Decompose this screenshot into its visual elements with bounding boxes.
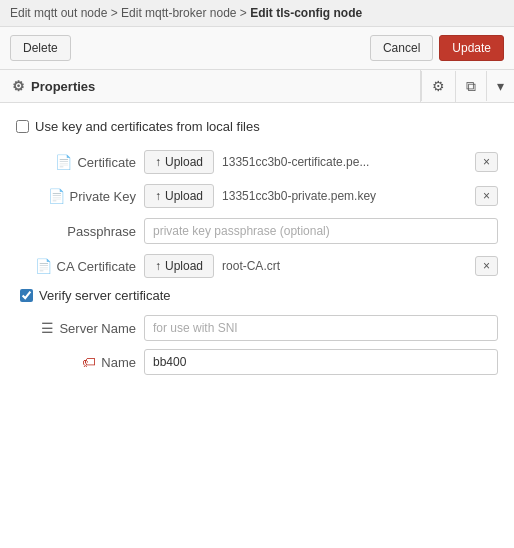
use-local-files-checkbox[interactable]	[16, 120, 29, 133]
private-key-upload-label: Upload	[165, 189, 203, 203]
verify-server-checkbox[interactable]	[20, 289, 33, 302]
certificate-upload-label: Upload	[165, 155, 203, 169]
ca-certificate-file-icon: 📄	[35, 258, 52, 274]
ca-certificate-label: CA Certificate	[57, 259, 136, 274]
panel-copy-button[interactable]: ⧉	[455, 71, 486, 102]
server-name-input[interactable]	[144, 315, 498, 341]
panel-header: ⚙ Properties ⚙ ⧉ ▾	[0, 70, 514, 103]
private-key-label-container: 📄 Private Key	[16, 188, 136, 204]
private-key-label: Private Key	[70, 189, 136, 204]
private-key-upload-arrow-icon: ↑	[155, 189, 161, 203]
certificate-upload-button[interactable]: ↑ Upload	[144, 150, 214, 174]
ca-certificate-upload-arrow-icon: ↑	[155, 259, 161, 273]
certificate-label: Certificate	[77, 155, 136, 170]
ca-certificate-clear-button[interactable]: ×	[475, 256, 498, 276]
name-tag-icon: 🏷	[82, 354, 96, 370]
form-content: Use key and certificates from local file…	[0, 103, 514, 401]
use-local-files-row: Use key and certificates from local file…	[16, 119, 498, 134]
breadcrumb-sep2: >	[240, 6, 250, 20]
server-name-row: ☰ Server Name	[16, 315, 498, 341]
gear-icon: ⚙	[12, 78, 25, 94]
ca-certificate-upload-label: Upload	[165, 259, 203, 273]
certificate-row: 📄 Certificate ↑ Upload 13351cc3b0-certif…	[16, 150, 498, 174]
private-key-value: 13351cc3b0-private.pem.key	[222, 189, 467, 203]
private-key-row: 📄 Private Key ↑ Upload 13351cc3b0-privat…	[16, 184, 498, 208]
panel-chevron-button[interactable]: ▾	[486, 71, 514, 101]
breadcrumb-part3: Edit tls-config node	[250, 6, 362, 20]
passphrase-label: Passphrase	[16, 224, 136, 239]
passphrase-row: Passphrase	[16, 218, 498, 244]
name-label-container: 🏷 Name	[16, 354, 136, 370]
server-name-label-container: ☰ Server Name	[16, 320, 136, 336]
private-key-clear-button[interactable]: ×	[475, 186, 498, 206]
verify-server-label[interactable]: Verify server certificate	[39, 288, 171, 303]
certificate-label-container: 📄 Certificate	[16, 154, 136, 170]
name-row: 🏷 Name	[16, 349, 498, 375]
passphrase-input[interactable]	[144, 218, 498, 244]
certificate-file-icon: 📄	[55, 154, 72, 170]
breadcrumb-part1: Edit mqtt out node	[10, 6, 107, 20]
name-label: Name	[101, 355, 136, 370]
verify-server-row: Verify server certificate	[16, 288, 498, 303]
private-key-file-icon: 📄	[48, 188, 65, 204]
toolbar: Delete Cancel Update	[0, 27, 514, 70]
certificate-clear-button[interactable]: ×	[475, 152, 498, 172]
panel-actions: ⚙ ⧉ ▾	[421, 71, 514, 102]
ca-certificate-upload-button[interactable]: ↑ Upload	[144, 254, 214, 278]
certificate-value: 13351cc3b0-certificate.pe...	[222, 155, 467, 169]
breadcrumb-part2: Edit mqtt-broker node	[121, 6, 236, 20]
server-name-label: Server Name	[59, 321, 136, 336]
panel-title-label: Properties	[31, 79, 95, 94]
breadcrumb: Edit mqtt out node > Edit mqtt-broker no…	[0, 0, 514, 27]
certificate-upload-arrow-icon: ↑	[155, 155, 161, 169]
private-key-upload-button[interactable]: ↑ Upload	[144, 184, 214, 208]
panel-title-container: ⚙ Properties	[0, 70, 421, 102]
panel-settings-button[interactable]: ⚙	[421, 71, 455, 101]
delete-button[interactable]: Delete	[10, 35, 71, 61]
ca-certificate-label-container: 📄 CA Certificate	[16, 258, 136, 274]
ca-certificate-row: 📄 CA Certificate ↑ Upload root-CA.crt ×	[16, 254, 498, 278]
name-input[interactable]	[144, 349, 498, 375]
server-name-icon: ☰	[41, 320, 54, 336]
breadcrumb-sep1: >	[111, 6, 121, 20]
cancel-button[interactable]: Cancel	[370, 35, 433, 61]
update-button[interactable]: Update	[439, 35, 504, 61]
use-local-files-label[interactable]: Use key and certificates from local file…	[35, 119, 260, 134]
ca-certificate-value: root-CA.crt	[222, 259, 467, 273]
